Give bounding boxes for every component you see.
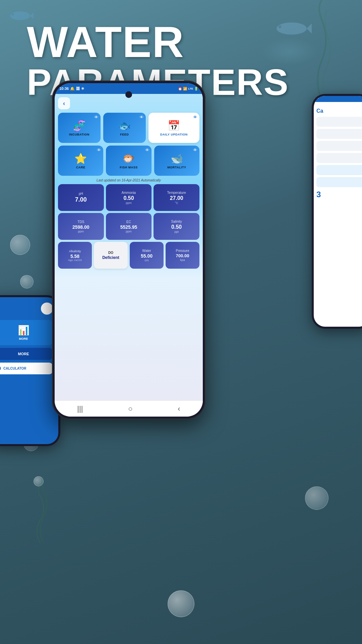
alkalinity-name: Alkalinity: [69, 250, 81, 253]
screen-content: ‹ 👁 🧬 INCUBATION 👁 🐟 FEED 👁: [55, 94, 203, 400]
care-label: CARE: [76, 166, 85, 169]
feed-icon: 🐟: [118, 120, 131, 131]
right-field-2: [316, 129, 362, 139]
right-number: 3: [316, 190, 362, 199]
daily-label: DAILY UPDATION: [160, 133, 188, 136]
fish-mass-label: FISH MASS: [120, 166, 138, 169]
mortality-label: MORTALITY: [167, 166, 186, 169]
main-phone: 10:36 🔔 🖼 ✳ ⏰ 📶 LTE 🔋 ‹ 👁: [52, 80, 205, 419]
fish-mass-card[interactable]: 👁 🐡 FISH MASS: [106, 146, 151, 176]
right-title: Ca: [316, 108, 362, 114]
care-icon: ⭐: [74, 153, 87, 164]
ammonia-value: 0.50: [123, 195, 134, 201]
ec-name: EC: [126, 220, 131, 224]
status-image-icon: 🖼: [76, 87, 80, 91]
feed-eye-icon: 👁: [139, 115, 144, 120]
tds-value: 2598.00: [72, 224, 89, 230]
temperature-name: Temperature: [167, 191, 186, 195]
care-card[interactable]: 👁 ⭐ CARE: [58, 146, 103, 176]
pressure-card[interactable]: Pressure 700.00 kpa: [166, 242, 199, 269]
last-updated-text: Last updated on 16-Apr-2021 Automaticall…: [58, 178, 199, 182]
left-more-button[interactable]: MORE: [0, 348, 53, 360]
do-name: DO: [108, 251, 113, 255]
tds-unit: ppm: [78, 230, 84, 233]
salinity-card[interactable]: Salinity 0.50 ppt: [154, 213, 199, 240]
daily-updation-card[interactable]: 👁 📅 DAILY UPDATION: [148, 113, 199, 143]
nav-home-icon[interactable]: ○: [128, 405, 132, 413]
left-back-button[interactable]: ‹: [0, 377, 53, 385]
right-top-bar: Ca: [314, 96, 362, 102]
nav-back-icon[interactable]: ‹: [178, 405, 180, 413]
status-alarm-icon: ⏰: [178, 87, 182, 91]
salinity-unit: ppt: [174, 230, 179, 233]
svg-point-5: [12, 13, 14, 15]
status-time: 10:36: [59, 87, 69, 91]
care-eye-icon: 👁: [97, 148, 101, 153]
status-lte-icon: LTE: [188, 87, 193, 90]
alkalinity-unit: mg/L CaCO3: [68, 259, 82, 261]
feed-label: FEED: [120, 133, 129, 136]
daily-icon: 📅: [168, 120, 180, 131]
mid-cards-grid: 👁 ⭐ CARE 👁 🐡 FISH MASS 👁 🐋 MORTALITY: [58, 146, 199, 176]
params-row3: Alkalinity 5.58 mg/L CaCO3 DO Deficient …: [58, 242, 199, 269]
pressure-value: 700.00: [176, 253, 189, 258]
navigation-bar: ||| ○ ‹: [55, 400, 203, 417]
salinity-name: Salinity: [171, 220, 182, 223]
water-unit: cm: [145, 259, 149, 262]
tds-name: TDS: [77, 220, 84, 224]
mortality-icon: 🐋: [171, 153, 183, 164]
title-line1: WATER: [27, 20, 335, 64]
back-button[interactable]: ‹: [58, 97, 70, 109]
ec-value: 5525.95: [120, 224, 137, 230]
water-value: 55.00: [141, 253, 153, 259]
mortality-card[interactable]: 👁 🐋 MORTALITY: [154, 146, 199, 176]
ammonia-unit: ppm: [126, 201, 132, 205]
incubation-icon: 🧬: [73, 120, 85, 131]
incubation-card[interactable]: 👁 🧬 INCUBATION: [58, 113, 101, 143]
nav-menu-icon[interactable]: |||: [77, 405, 83, 413]
bubble: [10, 235, 30, 255]
right-field-5: [316, 165, 362, 175]
temperature-unit: °C: [175, 201, 178, 205]
tds-card[interactable]: TDS 2598.00 ppm: [58, 213, 104, 240]
right-field-1: [316, 117, 362, 127]
pressure-unit: kpa: [180, 258, 185, 262]
ammonia-card[interactable]: Ammonia 0.50 ppm: [106, 184, 152, 211]
phone-right: Ca Ca 3: [312, 94, 362, 329]
temperature-card[interactable]: Temperature 27.00 °C: [154, 184, 199, 211]
ec-card[interactable]: EC 5525.95 ppm: [106, 213, 152, 240]
alkalinity-value: 5.58: [70, 254, 79, 259]
bubble: [305, 486, 328, 510]
incubation-label: INCUBATION: [69, 133, 89, 136]
status-notification-icon: 🔔: [70, 87, 75, 91]
incubation-eye-icon: 👁: [94, 115, 99, 120]
do-card[interactable]: DO Deficient: [94, 242, 128, 269]
salinity-value: 0.50: [171, 224, 182, 230]
top-cards-grid: 👁 🧬 INCUBATION 👁 🐟 FEED 👁 📅 DAILY UPDATI…: [58, 113, 199, 143]
params-row1: pH 7.00 Ammonia 0.50 ppm Temperature 27.…: [58, 184, 199, 211]
decorative-ball: [168, 590, 194, 617]
mortality-eye-icon: 👁: [193, 148, 197, 153]
ph-card[interactable]: pH 7.00: [58, 184, 104, 211]
water-card[interactable]: Water 55.00 cm: [130, 242, 164, 269]
ammonia-name: Ammonia: [122, 191, 136, 195]
fish-mass-icon: 🐡: [122, 153, 135, 164]
bubble: [20, 275, 34, 288]
status-wifi-icon: 📶: [183, 87, 187, 91]
water-name: Water: [142, 249, 151, 253]
alkalinity-card[interactable]: Alkalinity 5.58 mg/L CaCO3: [58, 242, 92, 269]
right-field-6: [316, 177, 362, 187]
left-calculator-button[interactable]: 🖩 CALCULATOR: [0, 363, 53, 374]
ph-name: pH: [79, 192, 83, 196]
left-more-label: MORE: [0, 337, 48, 340]
feed-card[interactable]: 👁 🐟 FEED: [103, 113, 146, 143]
left-eye-button[interactable]: 👁: [41, 303, 53, 315]
daily-eye-icon: 👁: [193, 115, 197, 120]
fish-mass-eye-icon: 👁: [145, 148, 149, 153]
pressure-name: Pressure: [176, 249, 189, 253]
status-battery-icon: 🔋: [194, 87, 198, 91]
params-row2: TDS 2598.00 ppm EC 5525.95 ppm Salinity …: [58, 213, 199, 240]
deco-seaweed: [34, 476, 54, 543]
right-field-3: [316, 141, 362, 151]
camera-notch: [125, 91, 132, 98]
